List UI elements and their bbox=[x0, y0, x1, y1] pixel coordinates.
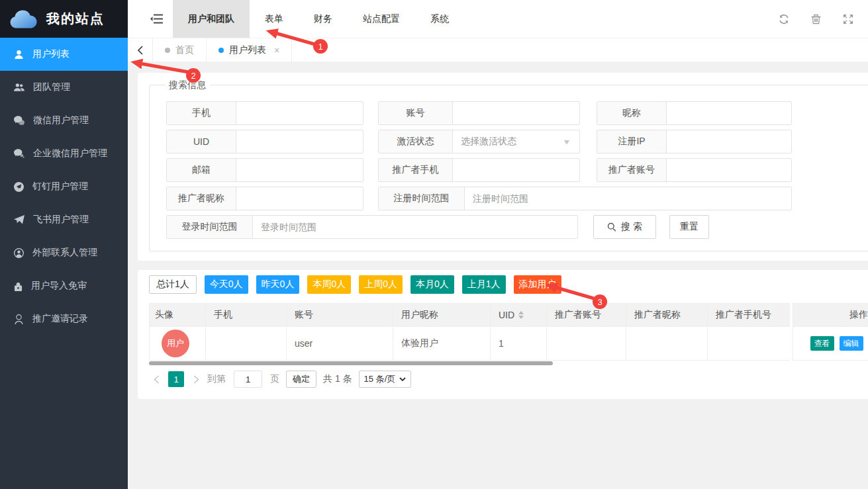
stat-last-month-button[interactable]: 上月1人 bbox=[462, 275, 506, 294]
reg-time-range-input[interactable] bbox=[465, 187, 791, 210]
user-icon bbox=[14, 50, 24, 60]
tab-forms[interactable]: 表单 bbox=[250, 0, 299, 38]
cloud-icon bbox=[9, 8, 38, 30]
nickname-input[interactable] bbox=[667, 102, 791, 124]
sidebar-item-external-contacts[interactable]: 外部联系人管理 bbox=[0, 236, 128, 269]
stat-yesterday-button[interactable]: 昨天0人 bbox=[256, 275, 300, 294]
table-header-row: 头像 手机 账号 用户昵称 UID 推广者账号 推广者昵称 推广者手机号 操作 bbox=[149, 303, 868, 327]
page-size-select[interactable]: 15 条/页 bbox=[359, 371, 412, 388]
confirm-button[interactable]: 确定 bbox=[286, 371, 316, 388]
field-uid: UID bbox=[166, 130, 363, 154]
mobile-input[interactable] bbox=[236, 102, 363, 124]
search-panel: 搜索信息 手机 账号 昵称 bbox=[138, 73, 868, 261]
edit-button[interactable]: 编辑 bbox=[840, 336, 863, 351]
paper-plane-icon bbox=[14, 215, 24, 224]
sidebar-toggle-icon[interactable] bbox=[140, 0, 173, 38]
reg-ip-input[interactable] bbox=[667, 130, 791, 153]
tab-dot bbox=[218, 48, 224, 53]
login-time-range-input[interactable] bbox=[253, 216, 577, 238]
stat-total-button[interactable]: 总计1人 bbox=[149, 275, 197, 294]
sort-icon[interactable] bbox=[518, 311, 524, 319]
chevron-down-icon: ▼ bbox=[562, 138, 571, 146]
page-tab-user-list[interactable]: 用户列表 × bbox=[207, 38, 292, 62]
promoter-nickname-input[interactable] bbox=[236, 187, 363, 210]
tab-dot bbox=[165, 48, 170, 53]
dingtalk-icon bbox=[14, 182, 24, 192]
sidebar-item-dingtalk-users[interactable]: 钉钉用户管理 bbox=[0, 170, 128, 203]
col-nickname: 用户昵称 bbox=[393, 303, 490, 327]
wechat-icon bbox=[14, 116, 24, 125]
view-button[interactable]: 查看 bbox=[810, 336, 834, 351]
horizontal-scrollbar[interactable] bbox=[149, 361, 553, 365]
field-mobile: 手机 bbox=[166, 101, 363, 125]
sidebar: 我的站点 用户列表 团队管理 微信用户管理 企业微信用户管理 钉钉用户管理 飞书… bbox=[0, 0, 128, 489]
email-input[interactable] bbox=[236, 159, 363, 181]
reset-button[interactable]: 重置 bbox=[669, 215, 709, 239]
field-reg-time-range: 注册时间范围 bbox=[378, 187, 792, 210]
top-navbar: 用户和团队 表单 财务 站点配置 系统 bbox=[128, 0, 868, 38]
sidebar-item-wechat-users[interactable]: 微信用户管理 bbox=[0, 104, 128, 137]
tab-site-config[interactable]: 站点配置 bbox=[348, 0, 415, 38]
chevron-down-icon bbox=[399, 377, 406, 381]
promoter-account-input[interactable] bbox=[667, 159, 791, 181]
add-user-button[interactable]: 添加用户 bbox=[514, 275, 561, 294]
wework-icon bbox=[14, 149, 24, 158]
page-tabbar: 首页 用户列表 × bbox=[128, 38, 868, 62]
pagination: 1 到第 页 确定 共 1 条 15 条/页 bbox=[149, 371, 868, 388]
col-avatar: 头像 bbox=[149, 303, 205, 327]
field-active-status: 激活状态 选择激活状态 ▼ bbox=[378, 130, 580, 154]
sidebar-item-user-list[interactable]: 用户列表 bbox=[0, 38, 128, 71]
col-mobile: 手机 bbox=[205, 303, 286, 327]
trash-icon[interactable] bbox=[811, 14, 821, 24]
field-promoter-mobile: 推广者手机 bbox=[378, 158, 580, 182]
goto-suffix: 页 bbox=[270, 373, 279, 385]
table-panel: 总计1人 今天0人 昨天0人 本周0人 上周0人 本月0人 上月1人 添加用户 … bbox=[138, 270, 868, 399]
tab-system[interactable]: 系统 bbox=[415, 0, 464, 38]
total-count: 共 1 条 bbox=[323, 373, 352, 385]
col-promoter-mobile: 推广者手机号 bbox=[707, 303, 790, 327]
col-uid[interactable]: UID bbox=[490, 303, 546, 327]
stat-this-week-button[interactable]: 本周0人 bbox=[307, 275, 351, 294]
sidebar-item-user-import[interactable]: 用户导入免审 bbox=[0, 269, 128, 302]
next-page-icon[interactable] bbox=[189, 375, 203, 384]
sidebar-item-wework-users[interactable]: 企业微信用户管理 bbox=[0, 137, 128, 170]
stat-today-button[interactable]: 今天0人 bbox=[205, 275, 248, 294]
content-area: 搜索信息 手机 账号 昵称 bbox=[128, 62, 868, 489]
close-icon[interactable]: × bbox=[274, 45, 279, 56]
user-lock-icon bbox=[14, 281, 23, 291]
field-promoter-nickname: 推广者昵称 bbox=[166, 187, 363, 210]
col-promoter-nickname: 推广者昵称 bbox=[626, 303, 707, 327]
user-outline-icon bbox=[14, 314, 24, 324]
col-account: 账号 bbox=[286, 303, 393, 327]
col-promoter-account: 推广者账号 bbox=[546, 303, 626, 327]
uid-input[interactable] bbox=[236, 130, 363, 153]
sidebar-item-invite-records[interactable]: 推广邀请记录 bbox=[0, 302, 128, 335]
tab-finance[interactable]: 财务 bbox=[299, 0, 348, 38]
active-status-select[interactable]: 选择激活状态 ▼ bbox=[453, 130, 579, 153]
sidebar-item-team[interactable]: 团队管理 bbox=[0, 71, 128, 104]
contact-circle-icon bbox=[14, 248, 24, 258]
refresh-icon[interactable] bbox=[779, 14, 789, 24]
users-icon bbox=[14, 83, 24, 92]
sidebar-item-feishu-users[interactable]: 飞书用户管理 bbox=[0, 203, 128, 236]
chevron-left-icon[interactable] bbox=[128, 38, 152, 62]
stats-row: 总计1人 今天0人 昨天0人 本周0人 上周0人 本月0人 上月1人 添加用户 bbox=[149, 275, 868, 294]
fullscreen-icon[interactable] bbox=[843, 14, 853, 24]
site-logo[interactable]: 我的站点 bbox=[0, 0, 128, 38]
goto-page-input[interactable] bbox=[234, 371, 262, 388]
current-page[interactable]: 1 bbox=[168, 371, 184, 387]
prev-page-icon[interactable] bbox=[149, 375, 164, 384]
tab-users-teams[interactable]: 用户和团队 bbox=[173, 0, 250, 38]
stat-last-week-button[interactable]: 上周0人 bbox=[359, 275, 403, 294]
search-icon bbox=[607, 222, 616, 232]
account-input[interactable] bbox=[453, 102, 579, 124]
search-fieldset: 搜索信息 手机 账号 昵称 bbox=[149, 85, 868, 251]
field-account: 账号 bbox=[378, 101, 580, 125]
avatar: 用户 bbox=[162, 330, 189, 357]
page-tab-home[interactable]: 首页 bbox=[152, 38, 207, 62]
promoter-mobile-input[interactable] bbox=[453, 159, 579, 181]
field-promoter-account: 推广者账号 bbox=[597, 158, 792, 182]
stat-this-month-button[interactable]: 本月0人 bbox=[410, 275, 454, 294]
top-nav-tabs: 用户和团队 表单 财务 站点配置 系统 bbox=[173, 0, 464, 38]
search-button[interactable]: 搜 索 bbox=[593, 215, 656, 239]
